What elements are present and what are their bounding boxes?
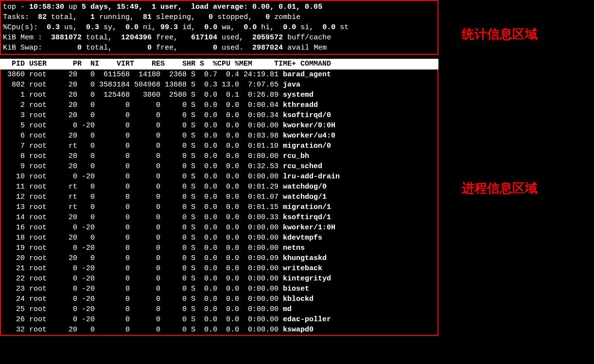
process-columns: 25 root 0 -20 0 0 0 S 0.0 0.0 0:00.00	[3, 305, 283, 313]
tasks-stopped: 0	[195, 13, 217, 21]
process-columns: 21 root 0 -20 0 0 0 S 0.0 0.0 0:00.00	[3, 264, 283, 273]
process-command: watchdog/0	[283, 183, 327, 191]
process-command: ksoftirqd/0	[283, 111, 331, 120]
process-command: java	[283, 81, 300, 89]
process-command: kblockd	[283, 295, 314, 303]
process-columns: 23 root 0 -20 0 0 0 S 0.0 0.0 0:00.00	[3, 285, 283, 293]
process-command: edac-poller	[283, 315, 331, 324]
process-row: 22 root 0 -20 0 0 0 S 0.0 0.0 0:00.00 ki…	[3, 274, 436, 284]
top-line1-prefix: top -	[3, 3, 29, 11]
process-columns: 13 root rt 0 0 0 0 S 0.0 0.0 0:01.15	[3, 203, 283, 211]
process-columns: 20 root 20 0 0 0 0 S 0.0 0.0 0:00.09	[3, 254, 283, 262]
tasks-sleeping-word: sleeping,	[156, 13, 195, 21]
process-command: writeback	[283, 264, 322, 273]
process-columns: 3860 root 20 0 611568 14180 2368 S 0.7 0…	[3, 70, 283, 79]
process-command: rcu_sched	[283, 162, 322, 171]
tasks-total: 82	[29, 13, 51, 21]
process-columns: 14 root 20 0 0 0 0 S 0.0 0.0 0:00.33	[3, 213, 283, 222]
process-row: 21 root 0 -20 0 0 0 S 0.0 0.0 0:00.00 wr…	[3, 263, 436, 274]
tasks-stopped-word: stopped,	[217, 13, 252, 21]
process-columns: 2 root 20 0 0 0 0 S 0.0 0.0 0:00.04	[3, 101, 283, 109]
process-columns: 10 root 0 -20 0 0 0 S 0.0 0.0 0:00.00	[3, 173, 283, 181]
process-row: 11 root rt 0 0 0 0 S 0.0 0.0 0:01.29 wat…	[3, 182, 436, 192]
process-row: 3860 root 20 0 611568 14180 2368 S 0.7 0…	[3, 69, 436, 80]
process-columns: 7 root rt 0 0 0 0 S 0.0 0.0 0:01.10	[3, 142, 283, 150]
mem-free-word: free,	[156, 34, 178, 42]
terminal-area[interactable]: top - 10:58:30 up 5 days, 15:49, 1 user,…	[0, 0, 438, 336]
top-up-label: up	[64, 3, 82, 11]
cpu-us: 0.3	[38, 23, 64, 32]
process-columns: 24 root 0 -20 0 0 0 S 0.0 0.0 0:00.00	[3, 295, 283, 303]
annotation-stats: 统计信息区域	[462, 26, 538, 43]
process-row: 8 root 20 0 0 0 0 S 0.0 0.0 0:00.00 rcu_…	[3, 151, 436, 161]
process-command: systemd	[283, 91, 314, 99]
process-region: 3860 root 20 0 611568 14180 2368 S 0.7 0…	[0, 69, 438, 336]
process-columns: 5 root 0 -20 0 0 0 S 0.0 0.0 0:00.00	[3, 121, 283, 130]
mem-total-word: total,	[86, 34, 112, 42]
process-row: 18 root 20 0 0 0 0 S 0.0 0.0 0:00.00 kde…	[3, 233, 436, 243]
process-command: md	[283, 305, 292, 313]
process-columns: 22 root 0 -20 0 0 0 S 0.0 0.0 0:00.00	[3, 275, 283, 283]
process-columns: 8 root 20 0 0 0 0 S 0.0 0.0 0:00.00	[3, 152, 283, 160]
cpu-wa-word: wa,	[222, 23, 235, 32]
process-command: netns	[283, 244, 305, 252]
process-row: 5 root 0 -20 0 0 0 S 0.0 0.0 0:00.00 kwo…	[3, 121, 436, 131]
swap-avail-word: avail Mem	[287, 44, 327, 52]
process-row: 14 root 20 0 0 0 0 S 0.0 0.0 0:00.33 kso…	[3, 212, 436, 223]
process-row: 13 root rt 0 0 0 0 S 0.0 0.0 0:01.15 mig…	[3, 202, 436, 212]
annotation-process: 进程信息区域	[462, 180, 538, 197]
process-command: watchdog/1	[283, 193, 327, 201]
process-columns: 19 root 0 -20 0 0 0 S 0.0 0.0 0:00.00	[3, 244, 283, 252]
top-uptime: 5 days, 15:49, 1 user, load average: 0.0…	[82, 3, 322, 11]
process-command: kworker/u4:0	[283, 132, 335, 140]
process-command: kthreadd	[283, 101, 318, 109]
process-row: 12 root rt 0 0 0 0 S 0.0 0.0 0:01.07 wat…	[3, 192, 436, 202]
process-row: 20 root 20 0 0 0 0 S 0.0 0.0 0:00.09 khu…	[3, 253, 436, 263]
process-columns: 9 root 20 0 0 0 0 S 0.0 0.0 0:32.53	[3, 162, 283, 171]
cpu-id-word: id,	[182, 23, 195, 32]
cpu-hi-word: hi,	[261, 23, 274, 32]
process-columns: 16 root 0 -20 0 0 0 S 0.0 0.0 0:00.00	[3, 224, 283, 232]
mem-buff: 2059572	[244, 34, 287, 42]
mem-label: KiB Mem :	[3, 34, 42, 42]
process-command: rcu_bh	[283, 152, 309, 160]
swap-free-word: free,	[156, 44, 178, 52]
process-row: 16 root 0 -20 0 0 0 S 0.0 0.0 0:00.00 kw…	[3, 223, 436, 233]
cpu-ni-word: ni,	[143, 23, 156, 32]
top-time: 10:58:30	[29, 3, 64, 11]
process-columns: 11 root rt 0 0 0 0 S 0.0 0.0 0:01.29	[3, 183, 283, 191]
process-header: PID USER PR NI VIRT RES SHR S %CPU %MEM …	[0, 59, 438, 69]
cpu-label: %Cpu(s):	[3, 23, 38, 32]
process-command: kdevtmpfs	[283, 234, 322, 242]
process-command: kswapd0	[283, 326, 314, 334]
process-command: kworker/0:0H	[283, 121, 335, 130]
process-row: 802 root 20 0 3583184 504968 13688 S 0.3…	[3, 80, 436, 90]
swap-used-word: used.	[222, 44, 244, 52]
process-row: 24 root 0 -20 0 0 0 S 0.0 0.0 0:00.00 kb…	[3, 294, 436, 304]
tasks-zombie-word: zombie	[274, 13, 300, 21]
swap-label: KiB Swap:	[3, 44, 42, 52]
mem-used: 617104	[178, 34, 222, 42]
process-columns: 802 root 20 0 3583184 504968 13688 S 0.3…	[3, 81, 283, 89]
process-columns: 3 root 20 0 0 0 0 S 0.0 0.0 0:00.34	[3, 111, 283, 120]
process-row: 9 root 20 0 0 0 0 S 0.0 0.0 0:32.53 rcu_…	[3, 161, 436, 172]
swap-total-word: total,	[86, 44, 112, 52]
process-columns: 32 root 20 0 0 0 0 S 0.0 0.0 0:00.00	[3, 326, 283, 334]
process-columns: 6 root 20 0 0 0 0 S 0.0 0.0 0:03.98	[3, 132, 283, 140]
swap-used: 0	[178, 44, 222, 52]
mem-total: 3881072	[42, 34, 86, 42]
cpu-us-word: us,	[64, 23, 77, 32]
cpu-st-word: st	[340, 23, 349, 32]
cpu-id: 99.3	[156, 23, 182, 32]
process-columns: 12 root rt 0 0 0 0 S 0.0 0.0 0:01.07	[3, 193, 283, 201]
process-columns: 18 root 20 0 0 0 0 S 0.0 0.0 0:00.00	[3, 234, 283, 242]
process-command: lru-add-drain	[283, 173, 340, 181]
process-command: khungtaskd	[283, 254, 327, 262]
cpu-ni: 0.0	[117, 23, 143, 32]
process-row: 2 root 20 0 0 0 0 S 0.0 0.0 0:00.04 kthr…	[3, 100, 436, 110]
cpu-si-word: si,	[300, 23, 314, 32]
swap-avail: 2987024	[244, 44, 287, 52]
cpu-st: 0.0	[314, 23, 340, 32]
process-command: migration/1	[283, 203, 331, 211]
process-command: kintegrityd	[283, 275, 331, 283]
